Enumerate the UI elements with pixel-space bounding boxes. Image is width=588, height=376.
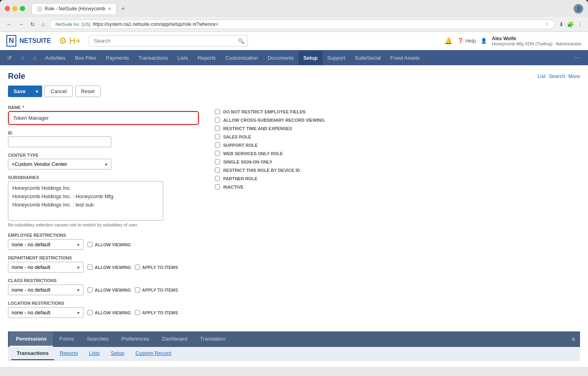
employee-restrictions-select[interactable]: none - no default — [8, 239, 84, 250]
employee-allow-viewing-checkbox-label[interactable]: ALLOW VIEWING — [88, 242, 131, 247]
location-allow-viewing-checkbox[interactable] — [88, 310, 93, 315]
nav-setup[interactable]: Setup — [298, 51, 322, 65]
class-restrictions-label: CLASS RESTRICTIONS — [8, 278, 199, 283]
location-apply-to-items-checkbox-label[interactable]: APPLY TO ITEMS — [135, 310, 178, 315]
checkbox-sales-role: SALES ROLE — [215, 134, 580, 139]
nav-back-icon[interactable]: ↺ — [3, 51, 16, 65]
class-allow-viewing-checkbox-label[interactable]: ALLOW VIEWING — [88, 287, 131, 292]
nav-transactions[interactable]: Transactions — [134, 51, 173, 65]
nav-more-button[interactable]: ··· — [570, 50, 585, 65]
save-button[interactable]: Save — [8, 86, 31, 97]
subsidiaries-list[interactable]: Honeycomb Holdings Inc. Honeycomb Holdin… — [8, 181, 163, 221]
center-type-select[interactable]: +Custom Vendor Center Classic Center Acc… — [8, 159, 111, 169]
header-search[interactable]: 🔍 — [89, 35, 248, 47]
nav-home-icon[interactable]: ⌂ — [29, 51, 40, 65]
checkbox-restrict-by-device: RESTRICT THIS ROLE BY DEVICE ID — [215, 168, 580, 173]
restrict-time-checkbox[interactable] — [215, 126, 220, 131]
name-input[interactable] — [10, 113, 197, 123]
restrict-time-label: RESTRICT TIME AND EXPENSES — [223, 126, 292, 131]
department-apply-to-items-checkbox[interactable] — [135, 265, 140, 270]
location-allow-viewing-checkbox-label[interactable]: ALLOW VIEWING — [88, 310, 131, 315]
close-button[interactable] — [5, 6, 10, 11]
nav-documents[interactable]: Documents — [263, 51, 299, 65]
maximize-button[interactable] — [20, 6, 25, 11]
department-allow-viewing-checkbox-label[interactable]: ALLOW VIEWING — [88, 265, 131, 270]
nav-star-icon[interactable]: ☆ — [16, 51, 29, 65]
class-restrictions-select[interactable]: none - no default — [8, 284, 84, 295]
nav-box-files[interactable]: Box Files — [70, 51, 101, 65]
sub-tab-transactions[interactable]: Transactions — [11, 347, 54, 360]
nav-fixed-assets[interactable]: Fixed Assets — [386, 51, 424, 65]
tab-forms[interactable]: Forms — [53, 332, 80, 347]
nav-customization[interactable]: Customization — [220, 51, 263, 65]
tab-permissions[interactable]: Permissions — [10, 332, 53, 347]
form-left: NAME * ID CENTER TYPE — [8, 105, 199, 323]
department-restrictions-select[interactable]: none - no default — [8, 262, 84, 273]
sub-tab-lists[interactable]: Lists — [84, 347, 105, 360]
allow-cross-subsidiary-checkbox[interactable] — [215, 117, 220, 123]
id-input[interactable] — [8, 136, 111, 147]
single-sign-on-checkbox[interactable] — [215, 159, 220, 164]
do-not-restrict-checkbox[interactable] — [215, 109, 220, 114]
nav-lists[interactable]: Lists — [173, 51, 193, 65]
list-action-link[interactable]: List — [537, 73, 545, 79]
class-apply-to-items-checkbox-label[interactable]: APPLY TO ITEMS — [135, 287, 178, 292]
employee-allow-viewing-checkbox[interactable] — [88, 242, 93, 247]
subsidiary-item-1: Honeycomb Holdings Inc. — [11, 184, 160, 192]
sub-tab-custom-record[interactable]: Custom Record — [130, 347, 177, 360]
home-button[interactable]: ⌂ — [40, 20, 46, 28]
sub-tab-reports[interactable]: Reports — [54, 347, 84, 360]
url-bar[interactable]: NetSuite Inc. [US] https://system.na1.ne… — [49, 19, 555, 29]
reload-button[interactable]: ↻ — [29, 20, 37, 28]
logo-n: N — [9, 37, 14, 45]
nav-support[interactable]: Support — [323, 51, 350, 65]
tab-title: Role - NetSuite (Honeycomb — [45, 6, 105, 12]
search-icon-button[interactable]: 🔍 — [238, 38, 245, 44]
forward-button[interactable]: → — [17, 20, 25, 28]
nav-payments[interactable]: Payments — [101, 51, 134, 65]
restrict-by-device-checkbox[interactable] — [215, 168, 220, 173]
location-restrictions-select[interactable]: none - no default — [8, 307, 84, 318]
bookmark-icon[interactable]: ☆ — [545, 21, 549, 27]
notifications-icon[interactable]: 🔔 — [444, 37, 452, 45]
department-allow-viewing-checkbox[interactable] — [88, 265, 93, 270]
partner-role-checkbox[interactable] — [215, 176, 220, 181]
header-right: 🔔 ❓ Help 👤 Alex Wolfe Honeycomb Mfg SDN … — [444, 36, 582, 46]
active-tab[interactable]: ⬜ Role - NetSuite (Honeycomb ✕ — [31, 3, 117, 14]
class-apply-to-items-checkbox[interactable] — [135, 287, 140, 292]
tab-preferences[interactable]: Preferences — [115, 332, 156, 347]
back-button[interactable]: ← — [5, 20, 14, 28]
support-role-checkbox[interactable] — [215, 142, 220, 148]
extension-icon[interactable]: 🧩 — [566, 20, 574, 28]
reset-button[interactable]: Reset — [75, 86, 101, 97]
location-apply-to-items-checkbox[interactable] — [135, 310, 140, 315]
web-services-checkbox[interactable] — [215, 151, 220, 156]
tab-grid-icon[interactable]: ≡ — [567, 333, 580, 346]
tab-translation[interactable]: Translation — [194, 332, 232, 347]
department-apply-to-items-checkbox-label[interactable]: APPLY TO ITEMS — [135, 265, 178, 270]
tab-dashboard[interactable]: Dashboard — [156, 332, 194, 347]
nav-reports[interactable]: Reports — [193, 51, 221, 65]
download-icon[interactable]: ⬇ — [558, 20, 565, 28]
new-tab-button[interactable]: + — [118, 4, 128, 14]
nav-activities[interactable]: Activities — [40, 51, 70, 65]
tab-searches[interactable]: Searches — [80, 332, 115, 347]
more-action-link[interactable]: More — [568, 73, 580, 79]
nav-suitesocial[interactable]: SuiteSocial — [350, 51, 386, 65]
inactive-checkbox[interactable] — [215, 184, 220, 189]
user-info[interactable]: Alex Wolfe Honeycomb Mfg SDN (Trailing) … — [492, 36, 582, 46]
minimize-button[interactable] — [12, 6, 18, 11]
sub-tab-setup[interactable]: Setup — [105, 347, 130, 360]
save-dropdown-button[interactable]: ▼ — [31, 86, 42, 97]
menu-icon[interactable]: ⋮ — [576, 20, 583, 28]
help-button[interactable]: ❓ Help — [457, 38, 476, 44]
checkbox-web-services: WEB SERVICES ONLY ROLE — [215, 151, 580, 156]
sales-role-checkbox[interactable] — [215, 134, 220, 139]
search-input[interactable] — [89, 35, 248, 47]
tab-close-icon[interactable]: ✕ — [108, 6, 111, 12]
logo-text: NETSUITE — [19, 37, 51, 45]
search-action-link[interactable]: Search — [549, 73, 565, 79]
cancel-button[interactable]: Cancel — [45, 86, 72, 97]
user-menu-icon[interactable]: 👤 — [481, 38, 487, 44]
class-allow-viewing-checkbox[interactable] — [88, 287, 93, 292]
